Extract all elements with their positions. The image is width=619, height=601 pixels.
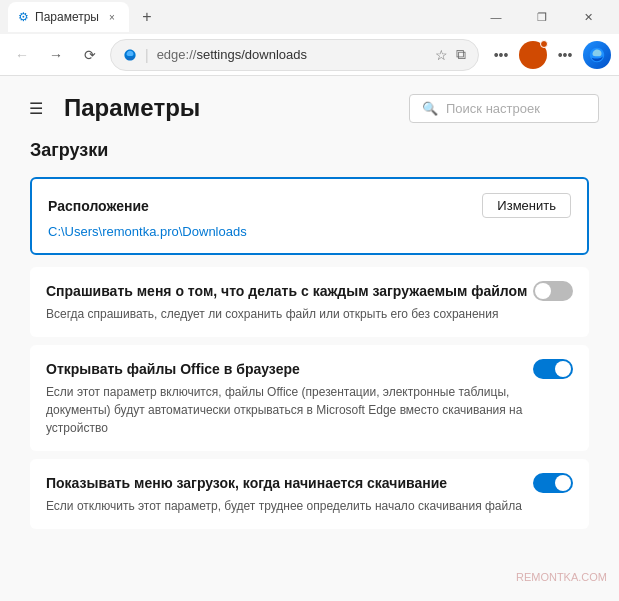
more-options-button[interactable]: •••	[549, 39, 581, 71]
title-bar: ⚙ Параметры × + — ❐ ✕	[0, 0, 619, 34]
profile-avatar[interactable]	[519, 41, 547, 69]
tab-area: ⚙ Параметры × +	[8, 2, 161, 32]
setting-row-menu: Показывать меню загрузок, когда начинает…	[30, 459, 589, 529]
avatar-dot	[540, 40, 548, 48]
setting-ask-name: Спрашивать меня о том, что делать с кажд…	[46, 283, 527, 299]
setting-menu-name: Показывать меню загрузок, когда начинает…	[46, 475, 447, 491]
toolbar-right: ••• •••	[485, 39, 611, 71]
toggle-ask-knob	[535, 283, 551, 299]
back-button[interactable]: ←	[8, 41, 36, 69]
bookmark-icon[interactable]: ☆	[435, 47, 448, 63]
setting-ask-desc: Всегда спрашивать, следует ли сохранить …	[46, 305, 573, 323]
new-tab-button[interactable]: +	[133, 3, 161, 31]
refresh-button[interactable]: ⟳	[76, 41, 104, 69]
change-location-button[interactable]: Изменить	[482, 193, 571, 218]
address-bar: ← → ⟳ | edge://settings/downloads ☆ ⧉ ••…	[0, 34, 619, 76]
page-title: Параметры	[64, 94, 397, 122]
settings-page: ☰ Параметры 🔍 Поиск настроек Загрузки Ра…	[0, 76, 619, 601]
edge-logo	[583, 41, 611, 69]
toggle-office[interactable]	[533, 359, 573, 379]
close-button[interactable]: ✕	[565, 0, 611, 34]
menu-toggle-button[interactable]: ☰	[20, 92, 52, 124]
setting-row-office: Открывать файлы Office в браузере Если э…	[30, 345, 589, 451]
url-bar[interactable]: | edge://settings/downloads ☆ ⧉	[110, 39, 479, 71]
setting-menu-desc: Если отключить этот параметр, будет труд…	[46, 497, 573, 515]
location-label-text: Расположение	[48, 198, 149, 214]
url-separator: |	[145, 47, 149, 63]
search-icon: 🔍	[422, 101, 438, 116]
minimize-button[interactable]: —	[473, 0, 519, 34]
setting-ask-header: Спрашивать меня о том, что делать с кажд…	[46, 281, 573, 301]
setting-menu-header: Показывать меню загрузок, когда начинает…	[46, 473, 573, 493]
tab-label: Параметры	[35, 10, 99, 24]
setting-office-desc: Если этот параметр включится, файлы Offi…	[46, 383, 573, 437]
maximize-button[interactable]: ❐	[519, 0, 565, 34]
location-header: Расположение Изменить	[48, 193, 571, 218]
split-view-icon[interactable]: ⧉	[456, 46, 466, 63]
setting-office-header: Открывать файлы Office в браузере	[46, 359, 573, 379]
window-controls: — ❐ ✕	[473, 0, 611, 34]
forward-button[interactable]: →	[42, 41, 70, 69]
tab-favicon: ⚙	[18, 10, 29, 24]
toggle-office-knob	[555, 361, 571, 377]
edge-favicon	[123, 48, 137, 62]
url-text: edge://settings/downloads	[157, 47, 427, 62]
watermark: REMONTKA.COM	[0, 567, 619, 587]
settings-search-box[interactable]: 🔍 Поиск настроек	[409, 94, 599, 123]
setting-row-ask: Спрашивать меня о том, что делать с кажд…	[30, 267, 589, 337]
browser-content: ☰ Параметры 🔍 Поиск настроек Загрузки Ра…	[0, 76, 619, 601]
toggle-menu[interactable]	[533, 473, 573, 493]
tab-close-button[interactable]: ×	[105, 10, 119, 24]
search-placeholder-text: Поиск настроек	[446, 101, 540, 116]
settings-content: Загрузки Расположение Изменить C:\Users\…	[0, 140, 619, 567]
section-title: Загрузки	[30, 140, 589, 161]
location-card: Расположение Изменить C:\Users\remontka.…	[30, 177, 589, 255]
more-tools-button[interactable]: •••	[485, 39, 517, 71]
toggle-menu-knob	[555, 475, 571, 491]
setting-office-name: Открывать файлы Office в браузере	[46, 361, 300, 377]
location-path: C:\Users\remontka.pro\Downloads	[48, 224, 571, 239]
settings-tab[interactable]: ⚙ Параметры ×	[8, 2, 129, 32]
toggle-ask[interactable]	[533, 281, 573, 301]
settings-header: ☰ Параметры 🔍 Поиск настроек	[0, 76, 619, 140]
